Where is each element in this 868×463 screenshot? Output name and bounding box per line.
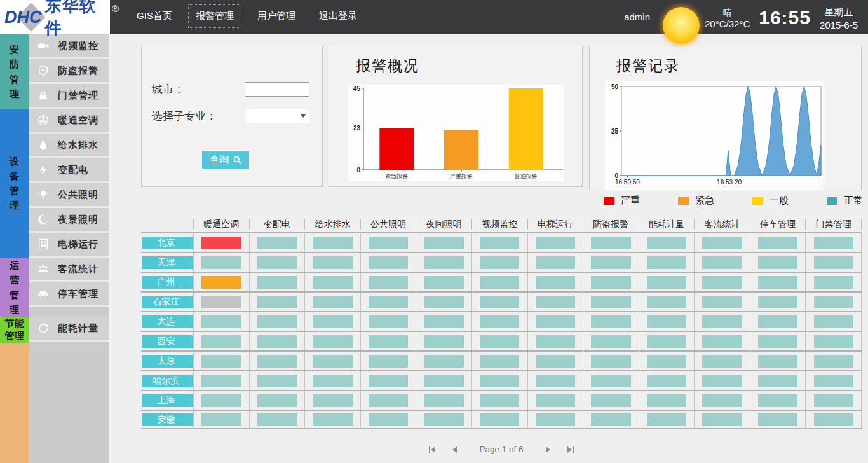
status-cell-normal[interactable] xyxy=(201,335,241,348)
status-cell-normal[interactable] xyxy=(480,256,519,269)
status-cell-normal[interactable] xyxy=(201,355,241,368)
status-cell-normal[interactable] xyxy=(536,335,575,348)
status-cell-normal[interactable] xyxy=(647,335,686,348)
status-cell-normal[interactable] xyxy=(702,276,742,289)
status-cell-normal[interactable] xyxy=(257,413,297,426)
status-cell-normal[interactable] xyxy=(424,296,463,308)
status-cell-normal[interactable] xyxy=(758,375,797,387)
sidebar-item-变配电[interactable]: 变配电 xyxy=(29,158,109,183)
nav-item-GIS首页[interactable]: GIS首页 xyxy=(130,5,179,27)
status-cell-normal[interactable] xyxy=(758,237,797,249)
status-cell-normal[interactable] xyxy=(257,256,297,269)
status-cell-normal[interactable] xyxy=(814,413,853,426)
status-cell-normal[interactable] xyxy=(480,413,519,426)
sidebar-item-给水排水[interactable]: 给水排水 xyxy=(29,134,109,158)
city-button-西安[interactable]: 西安 xyxy=(142,335,193,348)
status-cell-normal[interactable] xyxy=(647,256,686,269)
status-cell-normal[interactable] xyxy=(257,296,297,308)
status-cell-normal[interactable] xyxy=(702,237,742,249)
status-cell-normal[interactable] xyxy=(257,315,297,328)
city-button-哈尔滨[interactable]: 哈尔滨 xyxy=(142,375,193,387)
status-cell-normal[interactable] xyxy=(257,394,297,407)
city-button-石家庄[interactable]: 石家庄 xyxy=(142,296,193,308)
status-cell-normal[interactable] xyxy=(480,276,519,289)
status-cell-normal[interactable] xyxy=(591,237,630,249)
sidebar-item-防盗报警[interactable]: 防盗报警 xyxy=(29,59,109,84)
status-cell-normal[interactable] xyxy=(424,355,463,368)
status-cell-normal[interactable] xyxy=(647,276,686,289)
status-cell-normal[interactable] xyxy=(702,315,742,328)
status-cell-normal[interactable] xyxy=(758,355,797,368)
status-cell-normal[interactable] xyxy=(480,296,519,308)
status-cell-normal[interactable] xyxy=(702,296,742,308)
status-cell-normal[interactable] xyxy=(814,256,853,269)
status-cell-normal[interactable] xyxy=(591,315,630,328)
status-cell-normal[interactable] xyxy=(480,394,519,407)
status-cell-normal[interactable] xyxy=(424,394,463,407)
status-cell-normal[interactable] xyxy=(814,335,853,348)
status-cell-normal[interactable] xyxy=(480,375,519,387)
status-cell-normal[interactable] xyxy=(536,237,575,249)
status-cell-normal[interactable] xyxy=(758,413,797,426)
status-cell-normal[interactable] xyxy=(480,335,519,348)
status-cell-normal[interactable] xyxy=(591,375,630,387)
status-cell-normal[interactable] xyxy=(591,296,630,308)
nav-item-用户管理[interactable]: 用户管理 xyxy=(250,5,302,27)
status-cell-normal[interactable] xyxy=(313,394,352,407)
status-cell-normal[interactable] xyxy=(424,335,463,348)
next-page-button[interactable] xyxy=(546,446,550,453)
status-cell-normal[interactable] xyxy=(814,394,853,407)
status-cell-normal[interactable] xyxy=(201,394,241,407)
status-cell-normal[interactable] xyxy=(591,394,630,407)
status-cell-normal[interactable] xyxy=(536,375,575,387)
city-button-安徽[interactable]: 安徽 xyxy=(142,413,193,426)
sidebar-item-能耗计量[interactable]: 能耗计量 xyxy=(29,317,109,342)
status-cell-normal[interactable] xyxy=(591,276,630,289)
status-cell-normal[interactable] xyxy=(313,413,352,426)
status-cell-normal[interactable] xyxy=(369,276,408,289)
status-cell-normal[interactable] xyxy=(424,276,463,289)
status-cell-normal[interactable] xyxy=(647,315,686,328)
status-cell-normal[interactable] xyxy=(369,315,408,328)
sidebar-item-公共照明[interactable]: 公共照明 xyxy=(29,183,109,208)
status-cell-normal[interactable] xyxy=(591,413,630,426)
status-cell-offline[interactable] xyxy=(201,296,241,308)
status-cell-normal[interactable] xyxy=(814,315,853,328)
sidebar-item-客流统计[interactable]: 客流统计 xyxy=(29,258,109,282)
status-cell-normal[interactable] xyxy=(369,375,408,387)
nav-item-报警管理[interactable]: 报警管理 xyxy=(189,5,241,27)
status-cell-normal[interactable] xyxy=(369,335,408,348)
status-cell-normal[interactable] xyxy=(424,375,463,387)
status-cell-normal[interactable] xyxy=(480,355,519,368)
status-cell-normal[interactable] xyxy=(424,256,463,269)
status-cell-normal[interactable] xyxy=(480,315,519,328)
status-cell-normal[interactable] xyxy=(647,413,686,426)
status-cell-normal[interactable] xyxy=(313,296,352,308)
city-button-天津[interactable]: 天津 xyxy=(142,256,193,269)
status-cell-normal[interactable] xyxy=(369,237,408,249)
status-cell-normal[interactable] xyxy=(536,413,575,426)
first-page-button[interactable] xyxy=(429,446,435,453)
status-cell-normal[interactable] xyxy=(536,256,575,269)
status-cell-normal[interactable] xyxy=(702,335,742,348)
status-cell-normal[interactable] xyxy=(591,355,630,368)
city-button-上海[interactable]: 上海 xyxy=(142,394,193,407)
status-cell-normal[interactable] xyxy=(702,256,742,269)
status-cell-normal[interactable] xyxy=(702,355,742,368)
status-cell-normal[interactable] xyxy=(814,276,853,289)
status-cell-normal[interactable] xyxy=(758,296,797,308)
status-cell-normal[interactable] xyxy=(647,237,686,249)
subspecialty-select[interactable] xyxy=(245,109,309,123)
status-cell-normal[interactable] xyxy=(536,315,575,328)
status-cell-normal[interactable] xyxy=(814,355,853,368)
status-cell-normal[interactable] xyxy=(758,315,797,328)
status-cell-normal[interactable] xyxy=(814,296,853,308)
sidebar-item-停车管理[interactable]: 停车管理 xyxy=(29,282,109,307)
status-cell-normal[interactable] xyxy=(591,335,630,348)
status-cell-normal[interactable] xyxy=(257,335,297,348)
status-cell-normal[interactable] xyxy=(424,237,463,249)
status-cell-normal[interactable] xyxy=(313,276,352,289)
status-cell-normal[interactable] xyxy=(369,256,408,269)
status-cell-normal[interactable] xyxy=(313,355,352,368)
status-cell-normal[interactable] xyxy=(536,296,575,308)
